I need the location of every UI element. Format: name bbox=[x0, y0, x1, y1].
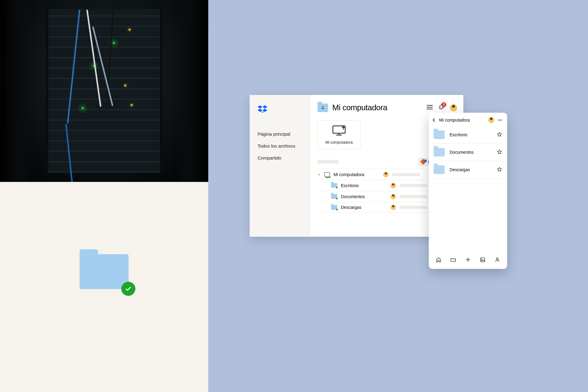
svg-point-3 bbox=[499, 119, 500, 120]
svg-point-6 bbox=[481, 258, 482, 259]
mobile-row-desktop[interactable]: Escritorio bbox=[429, 126, 507, 144]
folder-icon bbox=[434, 165, 445, 174]
mobile-title: Mi computadora bbox=[439, 118, 470, 123]
placeholder bbox=[400, 206, 427, 209]
star-icon[interactable] bbox=[497, 132, 502, 138]
dropbox-logo-icon[interactable] bbox=[258, 105, 305, 115]
svg-point-7 bbox=[496, 258, 498, 260]
mobile-row-name: Escritorio bbox=[450, 132, 467, 137]
mobile-bottom-nav bbox=[429, 252, 507, 269]
owner-avatar bbox=[390, 183, 396, 188]
column-placeholder bbox=[318, 160, 338, 164]
star-icon[interactable] bbox=[497, 167, 502, 173]
svg-point-2 bbox=[498, 119, 499, 120]
owner-avatar bbox=[390, 194, 396, 199]
placeholder bbox=[392, 173, 420, 176]
mobile-row-documents[interactable]: Documentos bbox=[429, 144, 507, 161]
sidebar-item-shared[interactable]: Compartido bbox=[258, 155, 305, 160]
notifications-button[interactable]: 3 bbox=[438, 104, 444, 111]
back-icon[interactable] bbox=[432, 118, 436, 122]
checkmark-icon bbox=[121, 282, 135, 296]
sidebar: Página principal Todos los archivos Comp… bbox=[250, 95, 311, 237]
expand-icon[interactable]: ▸ bbox=[318, 173, 321, 176]
avatar[interactable] bbox=[488, 117, 494, 123]
files-icon[interactable] bbox=[450, 257, 456, 264]
computer-upload-icon bbox=[332, 125, 346, 136]
svg-point-4 bbox=[501, 119, 502, 120]
home-icon[interactable] bbox=[435, 257, 442, 264]
mobile-row-downloads[interactable]: Descargas bbox=[429, 161, 507, 179]
folder-person-icon bbox=[318, 104, 328, 112]
account-icon[interactable] bbox=[494, 257, 500, 264]
sidebar-item-home[interactable]: Página principal bbox=[258, 131, 305, 137]
file-row-name: Mi computadora bbox=[334, 172, 379, 177]
server-rack-image bbox=[0, 0, 208, 182]
mobile-app-window: Mi computadora Escritorio Documentos Des… bbox=[429, 113, 507, 269]
file-row-name: Descargas bbox=[341, 205, 387, 210]
mobile-row-name: Documentos bbox=[450, 150, 474, 155]
svg-rect-5 bbox=[481, 258, 484, 262]
menu-icon[interactable] bbox=[427, 105, 433, 111]
sidebar-item-all-files[interactable]: Todos los archivos bbox=[258, 143, 305, 149]
more-icon[interactable] bbox=[497, 117, 503, 123]
file-row-name: Escritorio bbox=[341, 183, 387, 188]
file-row-name: Documentos bbox=[341, 194, 387, 199]
page-title: Mi computadora bbox=[332, 103, 387, 112]
svg-point-0 bbox=[322, 106, 324, 107]
card-label: Mi computadora bbox=[325, 140, 353, 145]
notification-badge: 3 bbox=[441, 102, 446, 107]
folder-icon bbox=[434, 130, 445, 139]
computer-card[interactable]: Mi computadora bbox=[318, 120, 360, 149]
placeholder bbox=[400, 195, 427, 198]
avatar[interactable] bbox=[450, 104, 457, 111]
mobile-row-name: Descargas bbox=[450, 167, 470, 172]
folder-synced-illustration bbox=[0, 182, 208, 392]
create-icon bbox=[420, 159, 426, 165]
owner-avatar bbox=[383, 172, 389, 177]
folder-icon bbox=[331, 194, 337, 199]
folder-icon bbox=[434, 148, 445, 156]
add-icon[interactable] bbox=[465, 257, 471, 264]
folder-icon bbox=[331, 183, 337, 188]
computer-icon bbox=[324, 172, 330, 177]
photos-icon[interactable] bbox=[480, 257, 486, 264]
star-icon[interactable] bbox=[497, 149, 502, 156]
placeholder bbox=[400, 184, 427, 187]
owner-avatar bbox=[390, 205, 396, 210]
folder-icon bbox=[80, 249, 129, 289]
folder-icon bbox=[331, 205, 337, 210]
